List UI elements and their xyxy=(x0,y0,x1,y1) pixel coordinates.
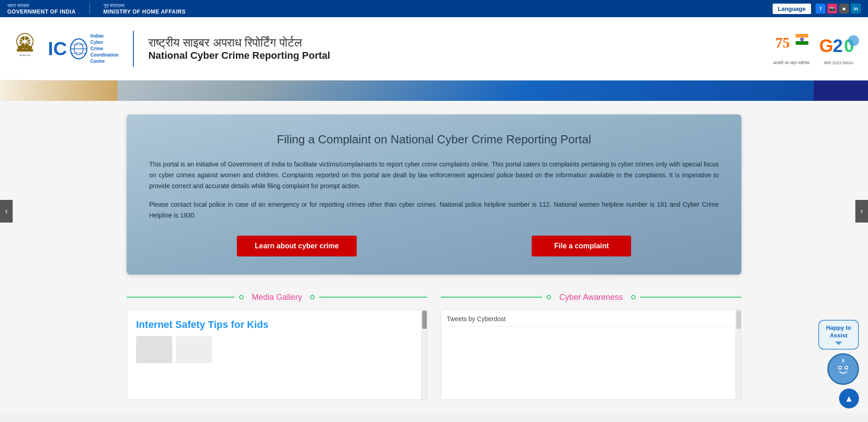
scroll-top-button[interactable]: ▲ xyxy=(839,389,859,408)
portal-title: राष्ट्रीय साइबर अपराध रिपोर्टिंग पोर्टल … xyxy=(148,36,330,62)
ashoka-emblem: सत्यमेव जयते xyxy=(9,31,41,67)
main-content: Filing a Complaint on National Cyber Cri… xyxy=(0,101,868,413)
chatbot-icon[interactable] xyxy=(827,353,859,385)
svg-text:G: G xyxy=(819,36,833,56)
ic3-logo: IC Indian Cyber Crime Coordination Centr… xyxy=(48,33,118,65)
gov-india: भारत सरकार GOVERNMENT OF INDIA xyxy=(7,3,76,15)
media-scrollbar-thumb xyxy=(422,311,427,329)
gov-bar-right: Language f 📷 ■ in xyxy=(773,4,861,14)
media-gallery-card[interactable]: Internet Safety Tips for Kids xyxy=(127,309,427,400)
gov-bar: भारत सरकार GOVERNMENT OF INDIA गृह मंत्र… xyxy=(0,0,868,17)
chatbot-bubble: Happy to Assist xyxy=(818,320,859,350)
info-card-paragraph2: Please contact local police in case of a… xyxy=(149,199,719,221)
cyber-awareness-line-left xyxy=(441,297,542,298)
twitter-icon[interactable]: ■ xyxy=(839,4,849,14)
media-scrollbar[interactable] xyxy=(421,310,427,399)
svg-rect-7 xyxy=(17,49,33,52)
media-gallery-line-left xyxy=(127,297,235,298)
media-card-inner: Internet Safety Tips for Kids xyxy=(127,310,427,372)
gov-bar-divider xyxy=(90,3,90,14)
cyber-awareness-section: Cyber Awareness Tweets by Cyberdost xyxy=(441,293,741,400)
portal-title-english: National Cyber Crime Reporting Portal xyxy=(148,50,330,62)
media-gallery-line-right xyxy=(319,297,427,298)
g20-logo: G 2 0 भारत 2023 INDIA xyxy=(818,32,859,66)
learn-cyber-crime-button[interactable]: Learn about cyber crime xyxy=(237,236,357,256)
media-card-title: Internet Safety Tips for Kids xyxy=(136,319,416,331)
cyber-awareness-card[interactable]: Tweets by Cyberdost xyxy=(441,309,741,400)
chatbot-container: Happy to Assist ▲ xyxy=(818,320,859,408)
ic3-text: Indian Cyber Crime Coordination Centre xyxy=(90,33,118,65)
svg-rect-16 xyxy=(796,34,808,38)
svg-point-27 xyxy=(839,367,841,369)
media-gallery-dot-left xyxy=(239,295,244,299)
svg-point-23 xyxy=(848,35,859,46)
cyber-awareness-dot-right xyxy=(631,295,636,299)
svg-point-28 xyxy=(845,367,847,369)
media-gallery-section: Media Gallery Internet Safety Tips for K… xyxy=(127,293,427,400)
file-complaint-button[interactable]: File a complaint xyxy=(532,236,631,256)
prev-arrow[interactable]: ‹ xyxy=(0,200,13,223)
gov-mha-english: MINISTRY OF HOME AFFAIRS xyxy=(104,9,186,15)
hero-banner xyxy=(0,81,868,101)
header-logo-section: सत्यमेव जयते IC Indian C xyxy=(9,31,330,67)
info-card-buttons: Learn about cyber crime File a complaint xyxy=(149,236,719,256)
gov-mha: गृह मंत्रालय MINISTRY OF HOME AFFAIRS xyxy=(104,3,186,15)
media-card-images xyxy=(136,336,416,363)
next-arrow[interactable]: › xyxy=(855,200,868,223)
media-gallery-dot-right xyxy=(310,295,315,299)
language-button[interactable]: Language xyxy=(773,4,811,14)
instagram-icon[interactable]: 📷 xyxy=(827,4,837,14)
header: सत्यमेव जयते IC Indian C xyxy=(0,17,868,81)
awareness-scrollbar-thumb xyxy=(736,311,741,329)
media-gallery-title: Media Gallery xyxy=(248,293,306,302)
azadi-text: आज़ादी का अमृत महोत्सव xyxy=(773,61,809,66)
media-thumbnail-2 xyxy=(176,336,212,363)
svg-point-11 xyxy=(22,45,28,49)
awareness-scrollbar[interactable] xyxy=(736,310,741,399)
svg-text:75: 75 xyxy=(775,34,790,51)
header-logos-right: 75 आज़ादी का अमृत महोत्सव G 2 0 भारत 202… xyxy=(773,32,859,66)
tweets-label: Tweets by Cyberdost xyxy=(447,315,736,327)
media-thumbnail-1 xyxy=(136,336,172,363)
info-card: Filing a Complaint on National Cyber Cri… xyxy=(127,114,741,275)
media-gallery-header: Media Gallery xyxy=(127,293,427,302)
info-card-paragraph1: This portal is an initiative of Governme… xyxy=(149,159,719,191)
svg-text:2: 2 xyxy=(833,36,843,56)
cyber-awareness-header: Cyber Awareness xyxy=(441,293,741,302)
g20-text: भारत 2023 INDIA xyxy=(824,61,853,66)
svg-text:सत्यमेव जयते: सत्यमेव जयते xyxy=(19,54,30,57)
portal-title-hindi: राष्ट्रीय साइबर अपराध रिपोर्टिंग पोर्टल xyxy=(148,36,330,50)
gov-bar-left: भारत सरकार GOVERNMENT OF INDIA गृह मंत्र… xyxy=(7,3,186,15)
svg-point-30 xyxy=(842,359,844,361)
facebook-icon[interactable]: f xyxy=(816,4,826,14)
info-card-title: Filing a Complaint on National Cyber Cri… xyxy=(149,133,719,147)
gov-india-hindi: भारत सरकार xyxy=(7,3,76,9)
azadi-logo: 75 आज़ादी का अमृत महोत्सव xyxy=(773,32,809,66)
svg-point-19 xyxy=(800,38,804,41)
social-icons: f 📷 ■ in xyxy=(816,4,861,14)
svg-rect-18 xyxy=(796,41,808,45)
gov-mha-hindi: गृह मंत्रालय xyxy=(104,3,186,9)
cyber-awareness-title: Cyber Awareness xyxy=(556,293,627,302)
cyber-awareness-line-right xyxy=(640,297,741,298)
gov-india-english: GOVERNMENT OF INDIA xyxy=(7,9,76,15)
cyber-awareness-dot-left xyxy=(547,295,551,299)
linkedin-icon[interactable]: in xyxy=(851,4,861,14)
header-divider xyxy=(133,31,134,67)
bottom-sections: Media Gallery Internet Safety Tips for K… xyxy=(127,293,741,400)
